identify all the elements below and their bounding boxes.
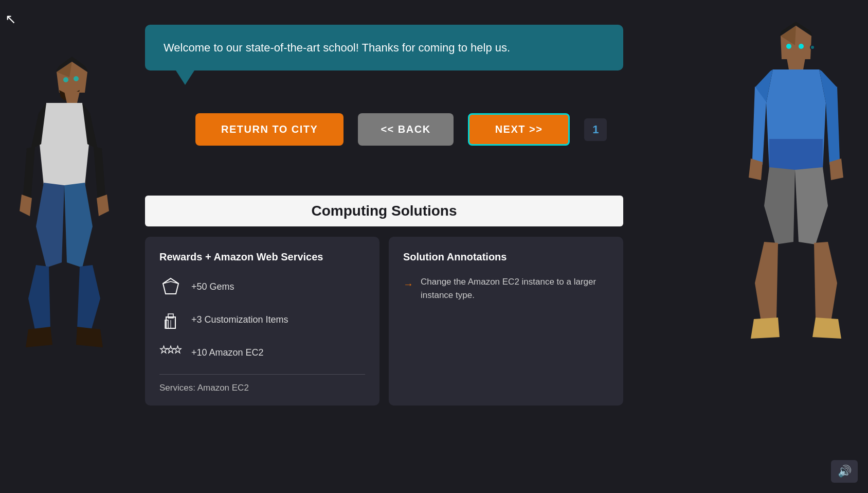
svg-marker-22	[76, 327, 103, 347]
svg-point-27	[63, 77, 68, 82]
svg-marker-14	[39, 103, 90, 185]
svg-marker-24	[94, 147, 105, 201]
svg-marker-7	[167, 346, 174, 353]
arrow-icon: →	[403, 276, 413, 292]
annotations-title: Solution Annotations	[403, 251, 609, 263]
svg-marker-13	[64, 92, 80, 103]
svg-marker-38	[795, 167, 828, 244]
svg-marker-45	[749, 159, 763, 180]
svg-marker-18	[64, 183, 93, 268]
reward-ec2: +10 Amazon EC2	[159, 341, 365, 364]
svg-marker-17	[36, 183, 64, 268]
badge-icon: 1	[584, 118, 607, 141]
svg-marker-37	[764, 167, 795, 244]
svg-marker-19	[28, 265, 50, 334]
svg-point-48	[799, 44, 804, 49]
gems-label: +50 Gems	[191, 281, 234, 292]
svg-marker-6	[160, 346, 168, 353]
svg-marker-0	[163, 278, 178, 294]
annotations-card: Solution Annotations → Change the Amazon…	[389, 237, 623, 406]
gem-icon	[159, 275, 182, 298]
svg-marker-42	[812, 318, 841, 339]
speech-text: Welcome to our state-of-the-art school! …	[164, 41, 510, 54]
building-icon	[159, 308, 182, 331]
svg-marker-26	[97, 195, 109, 216]
badge-number: 1	[592, 123, 599, 136]
reward-gems: +50 Gems	[159, 275, 365, 298]
buttons-row: RETURN TO CITY << BACK NEXT >> 1	[195, 113, 607, 146]
cards-row: Rewards + Amazon Web Services +50 Gems	[145, 237, 623, 406]
reward-customization: +3 Customization Items	[159, 308, 365, 331]
computing-title: Computing Solutions	[145, 196, 623, 226]
svg-marker-21	[26, 327, 52, 347]
customization-label: +3 Customization Items	[191, 314, 288, 325]
svg-marker-20	[77, 265, 100, 334]
divider	[159, 374, 365, 375]
return-to-city-button[interactable]: RETURN TO CITY	[195, 113, 343, 146]
svg-marker-40	[814, 242, 837, 322]
speech-bubble: Welcome to our state-of-the-art school! …	[145, 25, 623, 71]
svg-marker-46	[829, 159, 843, 180]
svg-marker-8	[174, 346, 182, 353]
rewards-title: Rewards + Amazon Web Services	[159, 251, 365, 263]
stars-icon	[159, 341, 182, 364]
svg-marker-41	[751, 318, 780, 339]
annotation-text: Change the Amazon EC2 instance to a larg…	[421, 275, 609, 302]
svg-marker-32	[787, 58, 805, 69]
back-button[interactable]: << BACK	[358, 113, 453, 146]
svg-marker-25	[20, 195, 32, 216]
svg-marker-39	[755, 242, 778, 322]
svg-marker-1	[163, 278, 178, 284]
character-right	[729, 10, 863, 455]
svg-marker-36	[769, 139, 823, 170]
svg-point-50	[811, 46, 814, 49]
svg-point-28	[74, 76, 79, 81]
ec2-label: +10 Amazon EC2	[191, 347, 264, 358]
svg-point-47	[786, 44, 791, 49]
computing-section: Computing Solutions Rewards + Amazon Web…	[145, 196, 623, 406]
audio-icon: 🔊	[838, 465, 852, 478]
next-button[interactable]: NEXT >>	[468, 113, 570, 146]
annotation-item: → Change the Amazon EC2 instance to a la…	[403, 275, 609, 302]
svg-marker-23	[23, 147, 35, 201]
rewards-card: Rewards + Amazon Web Services +50 Gems	[145, 237, 379, 406]
character-left	[5, 31, 123, 455]
audio-button[interactable]: 🔊	[831, 460, 858, 483]
services-label: Services: Amazon EC2	[159, 383, 365, 393]
